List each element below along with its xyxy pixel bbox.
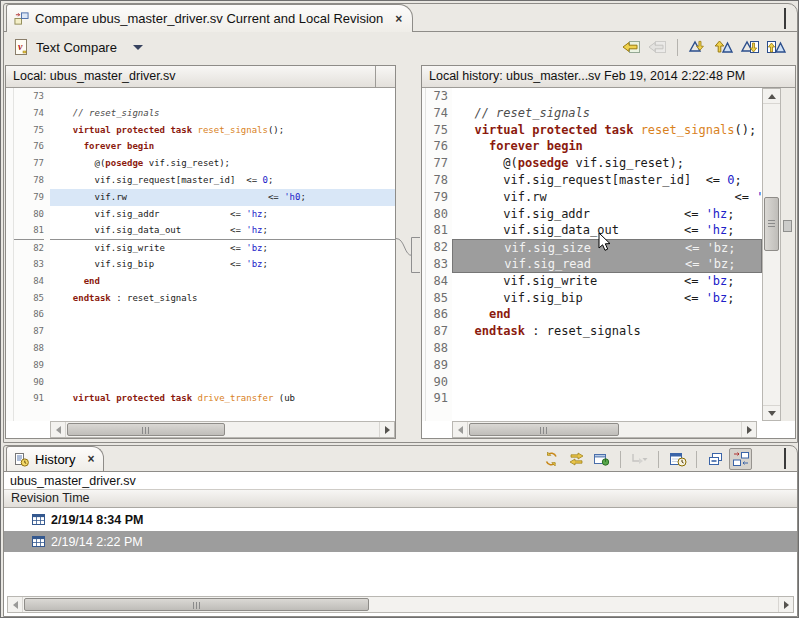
code-line[interactable]: @(posedge vif.sig_reset); [452,155,762,172]
compare-toolbar: v Text Compare [4,32,797,62]
history-view-tab[interactable]: History × [6,446,104,471]
scrollbar-thumb[interactable] [469,423,619,436]
scroll-left-icon[interactable] [51,422,66,437]
previous-difference-button[interactable] [712,36,735,58]
code-line[interactable]: vif.rw <= 'h0; [452,189,762,206]
next-change-button[interactable] [738,36,761,58]
line-number: 89 [426,357,448,374]
compare-editor-tab[interactable]: Compare ubus_master_driver.sv Current an… [6,4,413,32]
code-line[interactable]: forever begin [452,138,762,155]
code-line[interactable]: vif.sig_request[master_id] <= 0; [452,172,762,189]
code-line[interactable] [50,306,395,323]
code-line[interactable]: vif.sig_read <= 'bz; [452,256,762,273]
history-file-label: ubus_master_driver.sv [4,472,797,490]
collapse-all-button[interactable] [704,448,727,470]
code-line[interactable] [452,88,762,105]
code-line[interactable] [50,374,395,391]
link-with-editor-button[interactable] [565,448,588,470]
pin-view-button[interactable] [590,448,613,470]
history-pane-header: Local history: ubus_master...sv Feb 19, … [422,66,795,88]
copy-all-right-to-left-button[interactable] [620,36,643,58]
horizontal-scrollbar[interactable] [452,421,757,438]
code-line[interactable] [452,357,762,374]
code-line[interactable]: // reset_signals [50,105,395,122]
horizontal-scrollbar[interactable] [7,596,794,613]
code-line[interactable]: vif.sig_bip <= 'bz; [50,256,395,273]
code-line[interactable]: vif.rw <= 'h0; [50,189,395,206]
diff-overview-marker[interactable] [783,220,792,232]
code-line[interactable]: virtual protected task reset_signals(); [452,122,762,139]
code-line[interactable]: end [50,273,395,290]
line-number: 74 [426,105,448,122]
sv-file-icon: v [14,39,28,55]
code-line[interactable] [452,374,762,391]
maximize-button[interactable] [784,11,786,29]
revision-table-icon [32,535,45,548]
toolbar-separator [677,39,678,56]
code-line[interactable]: endtask : reset_signals [50,290,395,307]
code-line[interactable] [50,88,395,105]
code-line[interactable]: vif.sig_request[master_id] <= 0; [50,172,395,189]
code-line[interactable]: virtual protected task reset_signals(); [50,122,395,139]
history-revision-row[interactable]: 2/19/14 8:34 PM [4,509,797,530]
local-pane-title: Local: ubus_master_driver.sv [13,69,176,83]
scroll-right-icon[interactable] [741,422,756,437]
code-line[interactable]: vif.sig_write <= 'bz; [452,273,762,290]
scroll-right-icon[interactable] [379,422,394,437]
history-maximize-button[interactable] [784,451,786,469]
scroll-right-icon[interactable] [778,597,793,612]
line-number: 85 [426,290,448,307]
line-number: 89 [14,357,44,374]
compare-mode-toggle[interactable] [729,448,752,470]
line-number: 81 [426,222,448,239]
history-revision-row[interactable]: 2/19/14 2:22 PM [4,531,797,552]
local-code-area[interactable]: // reset_signals virtual protected task … [50,88,395,421]
history-tab-close-icon[interactable]: × [87,452,94,466]
code-line[interactable]: vif.sig_addr <= 'hz; [452,206,762,223]
overview-ruler [781,88,795,421]
line-number: 75 [426,122,448,139]
scroll-left-icon[interactable] [8,597,23,612]
history-pane-title: Local history: ubus_master...sv Feb 19, … [429,69,745,83]
code-line[interactable]: virtual protected task drive_transfer (u… [50,390,395,407]
next-difference-button[interactable] [686,36,709,58]
revision-table-icon [32,513,45,526]
line-number: 79 [14,189,44,206]
code-line[interactable]: end [452,306,762,323]
code-line[interactable] [50,323,395,340]
scrollbar-thumb[interactable] [67,423,225,436]
line-number: 91 [14,390,44,407]
horizontal-scrollbar[interactable] [50,421,395,438]
vertical-scrollbar[interactable] [762,88,781,421]
code-line[interactable] [50,357,395,374]
scroll-down-icon[interactable] [763,405,780,420]
editor-tab-close-icon[interactable]: × [395,12,402,26]
scrollbar-thumb[interactable] [24,598,369,611]
code-line[interactable] [452,340,762,357]
chevron-down-icon[interactable] [133,45,143,50]
code-line[interactable] [452,390,762,407]
code-line[interactable]: vif.sig_bip <= 'bz; [452,290,762,307]
code-line[interactable]: vif.sig_addr <= 'hz; [50,206,395,223]
code-line[interactable]: forever begin [50,138,395,155]
line-number: 73 [426,88,448,105]
code-line[interactable]: @(posedge vif.sig_reset); [50,155,395,172]
revision-time-column-header[interactable]: Revision Time [4,490,797,508]
scroll-up-icon[interactable] [763,89,780,104]
line-number: 86 [426,306,448,323]
previous-change-button[interactable] [764,36,787,58]
line-number: 78 [426,172,448,189]
history-code-area[interactable]: // reset_signals virtual protected task … [452,88,762,421]
refresh-button[interactable] [540,448,563,470]
code-line[interactable]: vif.sig_write <= 'bz; [50,239,395,256]
line-number-gutter: 73747576777879808182838485868788899091 [14,88,50,421]
scrollbar-thumb[interactable] [764,197,779,251]
code-line[interactable]: vif.sig_data_out <= 'hz; [50,222,395,239]
code-line[interactable]: endtask : reset_signals [452,323,762,340]
scroll-left-icon[interactable] [453,422,468,437]
line-number-gutter: 73747576777879808182838485868788899091 [426,88,452,421]
code-line[interactable]: // reset_signals [452,105,762,122]
code-line[interactable] [50,340,395,357]
datetime-filter-button[interactable] [666,448,689,470]
line-number: 84 [14,273,44,290]
